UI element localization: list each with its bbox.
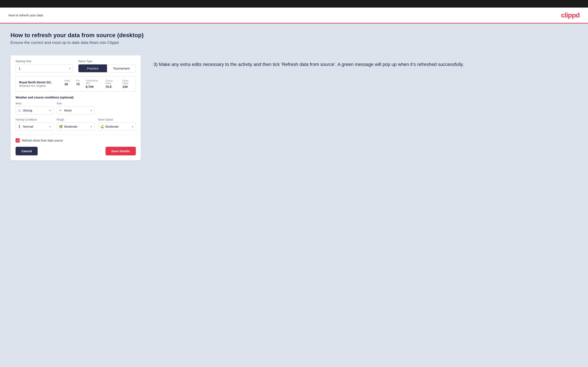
cancel-button[interactable]: Cancel (16, 147, 38, 155)
slope-rating-label: Slope rating (122, 79, 132, 84)
logo: clippd (561, 11, 579, 19)
form-card-top-strip (10, 52, 141, 55)
course-rating-label: Course rating (105, 79, 116, 84)
header: How to refresh your data clippd (0, 8, 588, 24)
green-speed-select-wrapper: ⛳ Moderate ▾ (98, 122, 136, 131)
rain-select-wrapper: ☀ None ▾ (57, 106, 95, 114)
slope-rating-value: 134 (122, 85, 128, 88)
form-inner: Starting Hole 1 ▾ Game Type Practice To (10, 55, 141, 131)
page-subheading: Ensure the correct and most up to date d… (10, 40, 578, 45)
practice-button[interactable]: Practice (78, 65, 107, 72)
conditions-label: Weather and course conditions (optional) (16, 96, 136, 99)
main-content: How to refresh your data from source (de… (0, 24, 588, 367)
holes-label: Holes (64, 79, 70, 82)
game-type-label: Game Type (78, 60, 136, 63)
rough-group: Rough 🌿 Moderate ▾ (57, 118, 95, 131)
content-row: Starting Hole 1 ▾ Game Type Practice To (10, 52, 578, 160)
rough-label: Rough (57, 118, 95, 121)
right-panel: 3) Make any extra edits necessary to the… (154, 52, 578, 68)
course-name-block: Royal North Devon GC, Westward Ho!, Engl… (19, 81, 64, 87)
instruction-text: 3) Make any extra edits necessary to the… (154, 61, 578, 68)
course-location: Westward Ho!, England (19, 84, 64, 87)
fairway-icon: 🏌 (18, 125, 22, 128)
course-stats: Holes 18 Par 72 Yards/White (M)) 6,744 (64, 79, 132, 88)
page-heading: How to refresh your data from source (de… (10, 32, 578, 39)
conditions-row-2: Fairway Conditions 🏌 Normal ▾ Rough 🌿 (16, 118, 136, 131)
course-rating-stat: Course rating 72.5 (105, 79, 116, 88)
starting-hole-group: Starting Hole 1 ▾ (16, 60, 73, 72)
slope-rating-stat: Slope rating 134 (122, 79, 132, 88)
holes-value: 18 (64, 82, 68, 86)
yards-stat: Yards/White (M)) 6,744 (86, 79, 99, 88)
action-row: Cancel Save Details (10, 147, 141, 155)
par-label: Par (76, 79, 80, 82)
green-speed-icon: ⛳ (100, 125, 104, 128)
top-bar (0, 0, 588, 8)
wind-icon: 🌬 (18, 108, 21, 112)
fairway-group: Fairway Conditions 🏌 Normal ▾ (16, 118, 53, 131)
starting-hole-select[interactable]: 1 (16, 64, 73, 72)
par-value: 72 (76, 82, 80, 86)
refresh-checkbox[interactable] (16, 138, 20, 142)
save-button[interactable]: Save Details (105, 147, 136, 155)
conditions-row-1: Wind 🌬 Strong ▾ Rain ☀ (16, 102, 136, 114)
refresh-label: Refresh shots from data source (22, 139, 63, 142)
game-type-toggle: Practice Tournament (78, 64, 136, 72)
header-title: How to refresh your data (9, 13, 43, 17)
tournament-button[interactable]: Tournament (107, 65, 136, 72)
wind-group: Wind 🌬 Strong ▾ (16, 102, 53, 114)
rain-label: Rain (57, 102, 95, 105)
starting-hole-label: Starting Hole (16, 60, 73, 63)
game-type-group: Game Type Practice Tournament (78, 60, 136, 72)
green-speed-label: Green Speed (98, 118, 136, 121)
fairway-select-wrapper: 🏌 Normal ▾ (16, 122, 53, 131)
course-rating-value: 72.5 (105, 85, 112, 88)
starting-hole-wrapper: 1 ▾ (16, 64, 73, 72)
spacer-group (98, 102, 136, 114)
wind-label: Wind (16, 102, 53, 105)
rough-select-wrapper: 🌿 Moderate ▾ (57, 122, 95, 131)
game-type-row: Starting Hole 1 ▾ Game Type Practice To (16, 60, 136, 72)
course-info-box: Royal North Devon GC, Westward Ho!, Engl… (16, 76, 136, 92)
rain-icon: ☀ (59, 108, 62, 112)
form-card: Starting Hole 1 ▾ Game Type Practice To (10, 52, 141, 160)
par-stat: Par 72 (76, 79, 80, 88)
yards-value: 6,744 (86, 85, 94, 88)
green-speed-group: Green Speed ⛳ Moderate ▾ (98, 118, 136, 131)
rain-select[interactable]: None (57, 106, 95, 114)
wind-select-wrapper: 🌬 Strong ▾ (16, 106, 53, 114)
rough-icon: 🌿 (59, 125, 63, 128)
yards-label: Yards/White (M)) (86, 79, 99, 84)
checkbox-row: Refresh shots from data source (10, 138, 141, 142)
fairway-label: Fairway Conditions (16, 118, 53, 121)
holes-stat: Holes 18 (64, 79, 70, 88)
course-name: Royal North Devon GC, (19, 81, 64, 84)
wind-select[interactable]: Strong (16, 106, 53, 114)
rain-group: Rain ☀ None ▾ (57, 102, 95, 114)
